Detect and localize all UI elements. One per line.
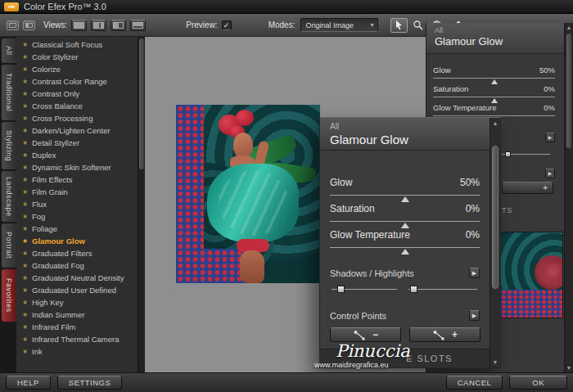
filter-list-scrollbar[interactable] <box>138 37 145 372</box>
filter-item[interactable]: ★Classical Soft Focus <box>16 38 138 51</box>
star-icon: ★ <box>21 213 29 220</box>
expand-button[interactable]: ▶ <box>469 268 480 278</box>
preview-checkbox[interactable]: ✓ <box>222 20 232 30</box>
filter-item[interactable]: ★Fog <box>16 210 138 223</box>
filter-item[interactable]: ★Detail Stylizer <box>16 137 138 149</box>
star-icon: ★ <box>21 323 29 331</box>
zoomed-panel-body: Glow50% Saturation0% Glow Temperature0% … <box>330 151 480 349</box>
red-flower-headpiece <box>236 110 254 126</box>
filter-item[interactable]: ★Dynamic Skin Softener <box>16 161 138 173</box>
view-horizontal-split-icon <box>133 22 143 29</box>
view-single-button[interactable] <box>71 20 87 31</box>
settings-panel-scrollbar[interactable]: ▲ ▼ <box>564 23 573 372</box>
tab-traditional[interactable]: Traditional <box>2 65 16 120</box>
slider-handle[interactable] <box>505 151 511 157</box>
help-button[interactable]: HELP <box>6 376 51 390</box>
slider-handle[interactable] <box>337 286 345 293</box>
filter-item[interactable]: ★Film Grain <box>16 186 138 198</box>
filter-item[interactable]: ★Contrast Color Range <box>16 75 138 88</box>
scroll-down-icon[interactable]: ▼ <box>565 365 573 371</box>
slider-handle[interactable] <box>410 286 417 293</box>
filter-item[interactable]: ★Cross Processing <box>16 112 138 124</box>
slider-value: 50% <box>539 65 555 74</box>
scrollbar-thumb[interactable] <box>492 146 499 289</box>
quick-save-slot-thumbnail[interactable] <box>500 232 563 318</box>
control-point-icon <box>432 330 446 340</box>
zoomed-panel-scrollbar[interactable]: ▲ ▼ <box>490 118 500 367</box>
star-icon: ★ <box>21 188 29 196</box>
view-horizontal-split-button[interactable] <box>130 20 146 31</box>
tab-landscape[interactable]: Landscape <box>2 171 16 222</box>
expand-button[interactable]: ▶ <box>469 310 480 321</box>
thumbnail-art <box>501 290 562 318</box>
filter-label: Detail Stylizer <box>32 138 79 147</box>
filter-item[interactable]: ★Cross Balance <box>16 100 138 112</box>
control-point-icon <box>353 330 367 340</box>
zoom-tool-button[interactable] <box>409 18 426 33</box>
slider-handle[interactable] <box>401 223 409 228</box>
filter-item-selected[interactable]: ★Glamour Glow <box>16 235 138 247</box>
filter-item[interactable]: ★Duplex <box>16 149 138 161</box>
tab-stylizing[interactable]: Stylizing <box>2 122 16 169</box>
star-icon: ★ <box>21 299 29 306</box>
view-side-by-side-button[interactable] <box>111 20 126 31</box>
layout-toggle-left-icon[interactable] <box>7 20 19 30</box>
garment-folds <box>219 170 289 236</box>
filter-item[interactable]: ★Graduated Filters <box>16 247 138 259</box>
add-control-point-button[interactable]: + <box>409 327 481 342</box>
slider-handle[interactable] <box>401 249 409 255</box>
filter-item[interactable]: ★Flux <box>16 198 138 210</box>
cursor-tool-button[interactable] <box>390 18 408 33</box>
settings-button[interactable]: SETTINGS <box>57 376 123 390</box>
cancel-button[interactable]: CANCEL <box>446 376 503 390</box>
filter-label: Ink <box>32 347 43 356</box>
magnifier-icon <box>413 20 423 30</box>
control-points-label: Control Points <box>330 311 386 321</box>
tab-portrait[interactable]: Portrait <box>2 223 16 268</box>
scrollbar-thumb[interactable] <box>566 34 571 148</box>
scroll-down-icon[interactable]: ▼ <box>490 359 500 365</box>
modes-dropdown[interactable]: Original Image ▾ <box>300 18 378 32</box>
filter-item[interactable]: ★Graduated User Defined <box>16 284 138 296</box>
highlights-slider[interactable] <box>408 289 477 297</box>
tab-favorites[interactable]: Favorites <box>2 269 16 322</box>
tab-all[interactable]: All <box>2 38 16 63</box>
scrollbar-thumb[interactable] <box>139 38 144 169</box>
filter-item[interactable]: ★Infrared Film <box>16 321 138 333</box>
filter-item[interactable]: ★Colorize <box>16 63 138 75</box>
slider-handle[interactable] <box>401 196 409 202</box>
layout-toggle-right-icon[interactable] <box>23 20 35 30</box>
add-control-point-button-partial[interactable]: + <box>502 182 553 194</box>
filter-label: Duplex <box>32 151 56 160</box>
filter-label: Fog <box>32 212 45 221</box>
filter-item[interactable]: ★Darken/Lighten Center <box>16 124 138 137</box>
filter-label: High Key <box>32 298 64 307</box>
filter-item[interactable]: ★Contrast Only <box>16 88 138 100</box>
minus-icon: − <box>372 331 378 339</box>
filter-label: Indian Summer <box>32 310 84 319</box>
filter-item[interactable]: ★Graduated Neutral Density <box>16 272 138 284</box>
shadows-slider[interactable] <box>332 289 397 297</box>
filter-item[interactable]: ★Infrared Thermal Camera <box>16 333 138 345</box>
filter-item[interactable]: ★Color Stylizer <box>16 51 138 63</box>
view-single-icon <box>74 22 84 29</box>
scroll-up-icon[interactable]: ▲ <box>565 25 573 30</box>
star-icon: ★ <box>21 53 29 61</box>
expand-button[interactable]: ▶ <box>545 169 555 178</box>
filter-item[interactable]: ★Ink <box>16 345 138 358</box>
view-split-button[interactable] <box>91 20 106 31</box>
star-icon: ★ <box>21 201 29 208</box>
honeycomb-pattern <box>176 249 246 283</box>
remove-control-point-button[interactable]: − <box>330 327 401 342</box>
ok-button[interactable]: OK <box>509 376 567 390</box>
filter-item[interactable]: ★Graduated Fog <box>16 259 138 272</box>
mini-slider[interactable] <box>502 154 550 160</box>
glow-temperature-slider[interactable] <box>330 247 480 256</box>
scroll-up-icon[interactable]: ▲ <box>490 120 500 126</box>
bottom-bar: HELP SETTINGS CANCEL OK <box>0 372 573 392</box>
filter-item[interactable]: ★Indian Summer <box>16 309 138 321</box>
filter-item[interactable]: ★High Key <box>16 296 138 309</box>
expand-button[interactable]: ▶ <box>545 133 555 142</box>
filter-item[interactable]: ★Film Effects <box>16 173 138 186</box>
filter-item[interactable]: ★Foliage <box>16 223 138 235</box>
